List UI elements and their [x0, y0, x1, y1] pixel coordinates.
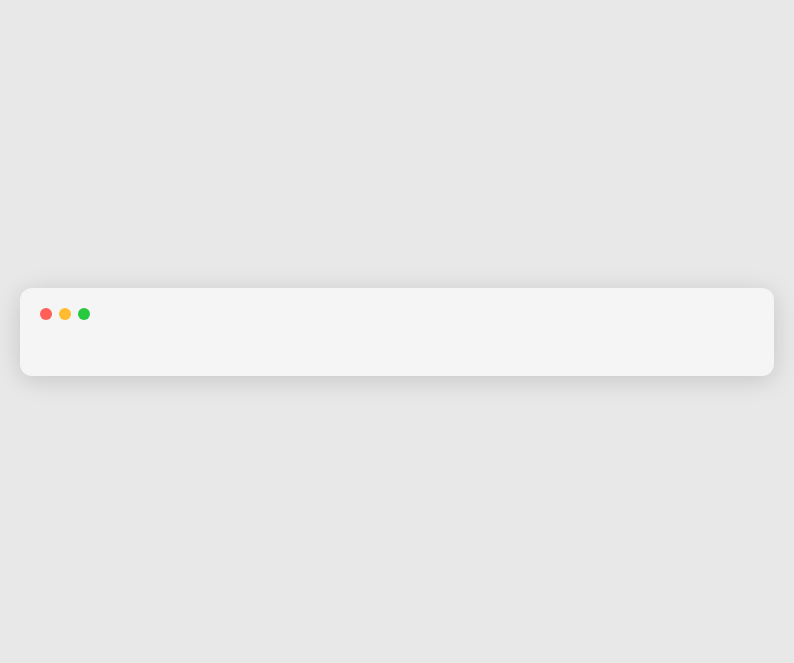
minimize-dot[interactable] — [59, 308, 71, 320]
title-bar — [40, 308, 754, 320]
app-window — [20, 288, 774, 376]
maximize-dot[interactable] — [78, 308, 90, 320]
close-dot[interactable] — [40, 308, 52, 320]
